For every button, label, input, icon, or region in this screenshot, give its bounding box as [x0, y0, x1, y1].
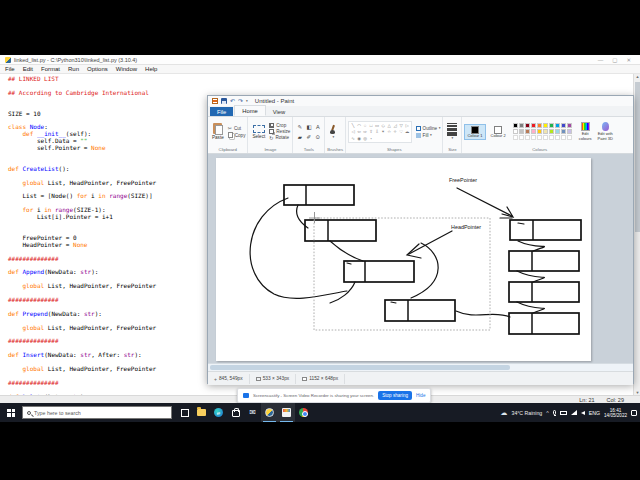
- save-icon[interactable]: [221, 98, 227, 104]
- copy-icon: [228, 132, 233, 138]
- palette-swatch[interactable]: [549, 129, 554, 134]
- quick-access-dropdown-icon[interactable]: ▾: [246, 100, 248, 103]
- palette-swatch[interactable]: [549, 123, 554, 128]
- text-icon[interactable]: A: [313, 122, 322, 132]
- copy-button[interactable]: Copy: [228, 132, 246, 138]
- palette-swatch[interactable]: [513, 123, 518, 128]
- palette-swatch[interactable]: [561, 129, 566, 134]
- taskbar-store-icon[interactable]: [227, 403, 244, 422]
- palette-swatch[interactable]: [513, 129, 518, 134]
- taskbar-file-explorer-icon[interactable]: [193, 403, 210, 422]
- palette-swatch-empty[interactable]: [537, 135, 542, 140]
- tray-overflow-icon[interactable]: ^: [546, 410, 549, 416]
- palette-swatch[interactable]: [567, 123, 572, 128]
- shape-icon[interactable]: ☁: [404, 129, 410, 136]
- taskbar-task-view-icon[interactable]: [176, 403, 193, 422]
- palette-swatch[interactable]: [543, 123, 548, 128]
- network-icon[interactable]: [571, 410, 577, 415]
- palette-swatch[interactable]: [519, 123, 524, 128]
- palette-swatch-empty[interactable]: [531, 135, 536, 140]
- menu-options[interactable]: Options: [87, 66, 108, 72]
- palette-swatch[interactable]: [531, 129, 536, 134]
- taskbar-edge-icon[interactable]: e: [210, 403, 227, 422]
- eraser-icon[interactable]: ▰: [295, 132, 304, 142]
- colour1-button[interactable]: Colour 1: [464, 124, 485, 140]
- redo-icon[interactable]: ↷: [238, 98, 243, 104]
- fill-icon[interactable]: ◧: [304, 122, 313, 132]
- colour2-button[interactable]: Colour 2: [488, 124, 509, 140]
- edit-colours-button[interactable]: Editcolours: [577, 122, 594, 141]
- palette-swatch[interactable]: [531, 123, 536, 128]
- scrollbar-thumb[interactable]: [635, 82, 640, 232]
- cut-button[interactable]: ✂Cut: [228, 125, 246, 131]
- paint-hscroll-thumb[interactable]: [210, 365, 510, 370]
- action-center-icon[interactable]: [631, 410, 637, 416]
- idle-scrollbar[interactable]: ▲ ▼: [633, 74, 640, 395]
- crop-button[interactable]: Crop: [269, 123, 290, 128]
- picker-icon[interactable]: ✐: [304, 132, 313, 142]
- outline-button[interactable]: Outline▾: [416, 126, 440, 131]
- taskbar-search-input[interactable]: Type here to search: [22, 406, 172, 419]
- colour1-label: Colour 1: [467, 134, 482, 138]
- taskbar-chrome-icon[interactable]: [295, 403, 312, 422]
- scroll-up-icon[interactable]: ▲: [634, 74, 640, 79]
- paint-canvas[interactable]: FreePointerHeadPointer: [216, 158, 591, 361]
- palette-swatch-empty[interactable]: [567, 135, 572, 140]
- weather-cloud-icon[interactable]: ☁: [501, 409, 508, 416]
- microphone-icon[interactable]: [553, 410, 556, 415]
- palette-swatch-empty[interactable]: [549, 135, 554, 140]
- close-icon[interactable]: ✕: [626, 57, 631, 63]
- menu-edit[interactable]: Edit: [23, 66, 33, 72]
- menu-run[interactable]: Run: [68, 66, 79, 72]
- magnifier-icon[interactable]: ⊙: [313, 132, 322, 142]
- clock[interactable]: 16:41 14/05/2022: [604, 408, 627, 418]
- palette-swatch-empty[interactable]: [543, 135, 548, 140]
- palette-swatch[interactable]: [525, 123, 530, 128]
- taskbar-idle-icon[interactable]: [261, 403, 278, 422]
- paint-horizontal-scrollbar[interactable]: [208, 363, 633, 371]
- tab-file[interactable]: File: [210, 107, 233, 116]
- maximize-icon[interactable]: ▢: [612, 57, 617, 63]
- paste-button[interactable]: Paste: [210, 123, 226, 140]
- palette-swatch-empty[interactable]: [525, 135, 530, 140]
- palette-swatch-empty[interactable]: [519, 135, 524, 140]
- undo-icon[interactable]: ↶: [230, 98, 235, 104]
- fill-button[interactable]: Fill▾: [416, 133, 440, 138]
- menu-file[interactable]: File: [5, 66, 15, 72]
- palette-swatch[interactable]: [555, 129, 560, 134]
- palette-swatch[interactable]: [537, 129, 542, 134]
- minimize-icon[interactable]: —: [598, 57, 604, 63]
- palette-swatch[interactable]: [543, 129, 548, 134]
- menu-help[interactable]: Help: [145, 66, 157, 72]
- palette-swatch[interactable]: [519, 129, 524, 134]
- menu-format[interactable]: Format: [41, 66, 60, 72]
- tab-home[interactable]: Home: [234, 105, 265, 116]
- stop-sharing-button[interactable]: Stop sharing: [378, 391, 412, 400]
- palette-swatch-empty[interactable]: [513, 135, 518, 140]
- palette-swatch[interactable]: [537, 123, 542, 128]
- rotate-button[interactable]: ↻Rotate: [269, 135, 290, 141]
- language-indicator[interactable]: ENG: [589, 410, 600, 416]
- shape-icon[interactable]: ⋆: [368, 135, 374, 142]
- palette-swatch-empty[interactable]: [555, 135, 560, 140]
- palette-swatch[interactable]: [525, 129, 530, 134]
- palette-swatch[interactable]: [561, 123, 566, 128]
- select-button[interactable]: Select: [250, 125, 267, 139]
- palette-swatch-empty[interactable]: [561, 135, 566, 140]
- pencil-icon[interactable]: ✎: [295, 122, 304, 132]
- palette-swatch[interactable]: [567, 129, 572, 134]
- taskbar-paint-icon[interactable]: [278, 403, 295, 422]
- brushes-button[interactable]: ▾: [327, 125, 339, 139]
- size-button[interactable]: ▾: [445, 123, 459, 140]
- volume-icon[interactable]: [581, 411, 585, 415]
- resize-button[interactable]: Resize: [269, 129, 290, 134]
- palette-swatch[interactable]: [555, 123, 560, 128]
- menu-window[interactable]: Window: [116, 66, 137, 72]
- edit-with-paint3d-button[interactable]: Edit withPaint 3D: [596, 122, 615, 141]
- taskbar-mail-icon[interactable]: ✉: [244, 403, 261, 422]
- battery-icon[interactable]: [560, 411, 567, 415]
- start-button[interactable]: [0, 403, 22, 422]
- tab-view[interactable]: View: [266, 107, 292, 116]
- hide-banner-button[interactable]: Hide: [416, 393, 425, 398]
- weather-widget[interactable]: 34°C Raining: [512, 410, 543, 416]
